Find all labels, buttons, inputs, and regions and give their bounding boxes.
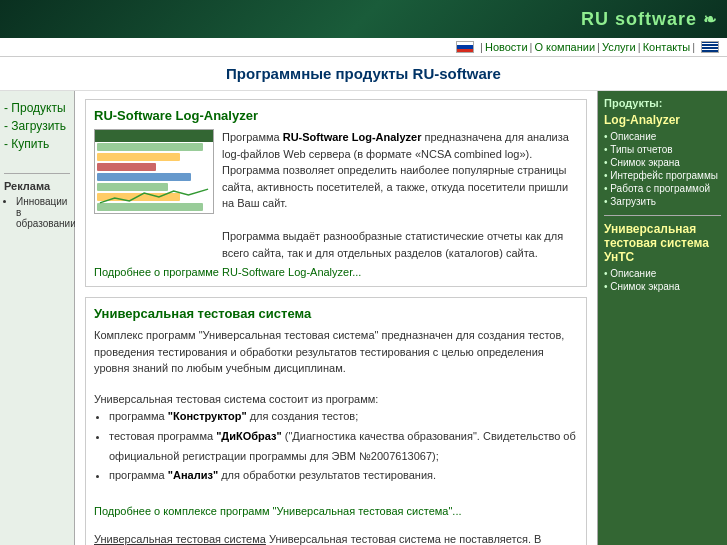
flag-russia-icon[interactable] — [456, 41, 474, 53]
center-content: RU-Software Log-Analyzer — [75, 91, 597, 545]
product1-title: RU-Software Log-Analyzer — [94, 108, 578, 123]
logo-icon: ❧ — [703, 11, 717, 28]
nav-separator: | — [480, 41, 483, 53]
sidebar-log-work[interactable]: Работа с программой — [604, 183, 721, 194]
product2-link[interactable]: Подробнее о комплексе программ "Универса… — [94, 505, 578, 517]
nav-services[interactable]: Услуги — [602, 41, 636, 53]
product1-block: RU-Software Log-Analyzer — [85, 99, 587, 287]
sidebar-divider — [604, 215, 721, 216]
header: RU software ❧ — [0, 0, 727, 38]
product2-footer: Универсальная тестовая система Универсал… — [94, 531, 578, 545]
list-item: программа "Анализ" для обработки результ… — [109, 466, 578, 486]
sidebar-log-interface[interactable]: Интерфейс программы — [604, 170, 721, 181]
product2-list: программа "Конструктор" для создания тес… — [109, 407, 578, 486]
page-title: Программные продукты RU-software — [0, 65, 727, 82]
left-sidebar: - Продукты - Загрузить - Купить Реклама … — [0, 91, 75, 545]
ad-section: Реклама Инновации в образовании — [4, 173, 70, 229]
nav-about[interactable]: О компании — [534, 41, 595, 53]
right-sidebar-label: Продукты: — [604, 97, 721, 109]
nav-buy[interactable]: - Купить — [4, 135, 70, 153]
nav-products[interactable]: - Продукты — [4, 99, 70, 117]
product2-block: Универсальная тестовая система Комплекс … — [85, 297, 587, 545]
navbar: | Новости | О компании | Услуги | Контак… — [0, 38, 727, 57]
product1-link[interactable]: Подробнее о программе RU-Software Log-An… — [94, 266, 578, 278]
sidebar-section-uts: Универсальная тестовая система УнТС Опис… — [604, 222, 721, 292]
product1-desc-start: Программа — [222, 131, 283, 143]
list-item: тестовая программа "ДиКОбраз" ("Диагност… — [109, 427, 578, 467]
sidebar-log-desc[interactable]: Описание — [604, 131, 721, 142]
product1-desc-bold: RU-Software Log-Analyzer — [283, 131, 422, 143]
sidebar-uts-desc[interactable]: Описание — [604, 268, 721, 279]
nav-news[interactable]: Новости — [485, 41, 528, 53]
sidebar-uts-screenshot[interactable]: Снимок экрана — [604, 281, 721, 292]
product1-desc2: Программа выдаёт разнообразные статистич… — [222, 228, 578, 261]
list-item: программа "Конструктор" для создания тес… — [109, 407, 578, 427]
product2-composition: Универсальная тестовая система состоит и… — [94, 391, 578, 408]
sidebar-log-reports[interactable]: Типы отчетов — [604, 144, 721, 155]
product1-screenshot — [94, 129, 214, 214]
product2-title: Универсальная тестовая система — [94, 306, 578, 321]
page-title-bar: Программные продукты RU-software — [0, 57, 727, 91]
main-layout: - Продукты - Загрузить - Купить Реклама … — [0, 91, 727, 545]
site-logo[interactable]: RU software ❧ — [581, 9, 717, 30]
sidebar-section-log: Log-Analyzer Описание Типы отчетов Снимо… — [604, 113, 721, 207]
product1-text: Программа RU-Software Log-Analyzer предн… — [222, 129, 578, 261]
right-sidebar: Продукты: Log-Analyzer Описание Типы отч… — [597, 91, 727, 545]
flag-uk-icon[interactable] — [701, 41, 719, 53]
nav-contacts[interactable]: Контакты — [643, 41, 691, 53]
ad-label: Реклама — [4, 180, 70, 192]
product1-top: Программа RU-Software Log-Analyzer предн… — [94, 129, 578, 261]
ad-item[interactable]: Инновации в образовании — [16, 196, 70, 229]
product2-intro: Комплекс программ "Универсальная тестова… — [94, 327, 578, 377]
logo-text: RU software — [581, 9, 697, 29]
sidebar-log-screenshot[interactable]: Снимок экрана — [604, 157, 721, 168]
sidebar-section-log-title: Log-Analyzer — [604, 113, 721, 127]
sidebar-log-download[interactable]: Загрузить — [604, 196, 721, 207]
sidebar-section-uts-title: Универсальная тестовая система УнТС — [604, 222, 721, 264]
nav-download[interactable]: - Загрузить — [4, 117, 70, 135]
